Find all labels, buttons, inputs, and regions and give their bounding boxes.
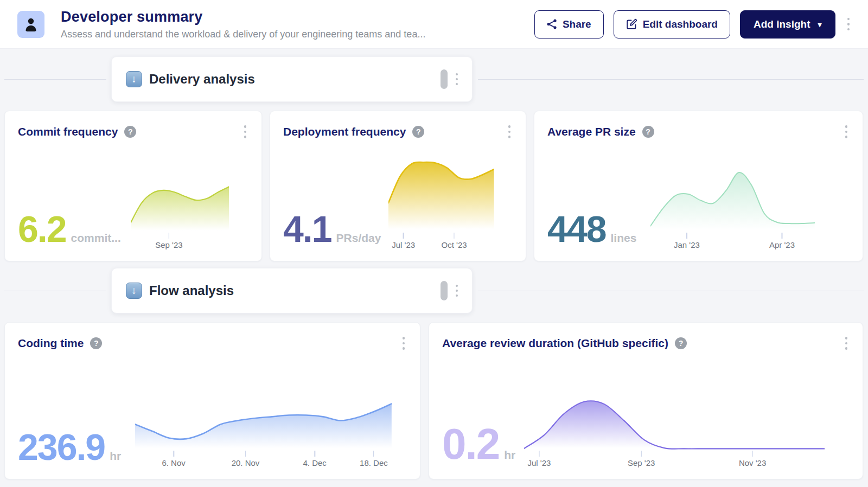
help-icon[interactable]: ? bbox=[90, 337, 102, 349]
drag-handle[interactable] bbox=[441, 281, 448, 300]
add-insight-button[interactable]: Add insight ▾ bbox=[740, 10, 835, 39]
page-subtitle: Assess and understand the workload & del… bbox=[61, 29, 425, 40]
flow-cards-row: Coding time ? 236.9 hr 6. Nov20. Nov4. D… bbox=[4, 322, 863, 479]
arrow-down-emoji-icon: ↓ bbox=[126, 71, 142, 87]
card-deployment-frequency: Deployment frequency ? 4.1 PRs/day Jul '… bbox=[270, 111, 526, 261]
axis-tick-label: Apr '23 bbox=[769, 233, 795, 249]
help-icon[interactable]: ? bbox=[412, 126, 424, 138]
section-menu-kebab-icon[interactable] bbox=[454, 283, 460, 299]
axis-tick-label: Nov '23 bbox=[739, 451, 766, 467]
chart-area: Jul '23Oct '23 bbox=[388, 158, 513, 251]
dashboard-header: Developer summary Assess and understand … bbox=[0, 0, 868, 49]
share-button[interactable]: Share bbox=[534, 10, 604, 39]
section-header-flow: ↓ Flow analysis bbox=[111, 268, 473, 313]
x-axis-ticks: Jul '23Sep '23Nov '23 bbox=[524, 451, 825, 469]
axis-tick-label: 20. Nov bbox=[232, 451, 260, 467]
title-block: Developer summary Assess and understand … bbox=[61, 9, 425, 40]
metric-unit: lines bbox=[610, 232, 636, 245]
chart-area: 6. Nov20. Nov4. Dec18. Dec bbox=[135, 401, 407, 469]
card-menu-kebab-icon[interactable] bbox=[506, 123, 513, 140]
share-label: Share bbox=[563, 18, 591, 30]
topbar-actions: Share Edit dashboard Add insight ▾ bbox=[534, 10, 852, 39]
metric-value: 236.9 bbox=[18, 431, 105, 464]
dashboard-content: ↓ Delivery analysis Commit frequency ? 6… bbox=[0, 49, 868, 479]
metric-unit: commit... bbox=[71, 232, 121, 245]
chart-area: Jul '23Sep '23Nov '23 bbox=[524, 399, 850, 469]
share-icon bbox=[547, 19, 557, 29]
card-title: Coding time bbox=[18, 337, 84, 350]
edit-dashboard-button[interactable]: Edit dashboard bbox=[614, 10, 730, 39]
metric-value-row: 448 lines bbox=[547, 213, 636, 251]
x-axis-ticks: Jan '23Apr '23 bbox=[650, 233, 815, 251]
x-axis-ticks: 6. Nov20. Nov4. Dec18. Dec bbox=[135, 451, 392, 469]
axis-tick-label: Sep '23 bbox=[628, 451, 655, 467]
card-title: Deployment frequency bbox=[283, 125, 406, 138]
axis-tick-label: 6. Nov bbox=[162, 451, 185, 467]
chevron-down-icon: ▾ bbox=[818, 20, 821, 29]
divider bbox=[478, 79, 864, 80]
card-menu-kebab-icon[interactable] bbox=[843, 123, 850, 140]
metric-value-row: 6.2 commit... bbox=[18, 213, 121, 251]
axis-tick-label: 18. Dec bbox=[360, 451, 388, 467]
card-menu-kebab-icon[interactable] bbox=[242, 123, 249, 140]
page-title: Developer summary bbox=[61, 9, 425, 25]
dashboard-avatar bbox=[17, 11, 44, 38]
card-menu-kebab-icon[interactable] bbox=[400, 335, 407, 352]
metric-value-row: 0.2 hr bbox=[442, 425, 515, 469]
coding-time-sparkline bbox=[135, 401, 392, 451]
metric-unit: PRs/day bbox=[336, 232, 381, 245]
card-commit-frequency: Commit frequency ? 6.2 commit... Sep '23 bbox=[4, 111, 262, 261]
delivery-cards-row: Commit frequency ? 6.2 commit... Sep '23… bbox=[4, 111, 863, 261]
edit-dashboard-label: Edit dashboard bbox=[643, 18, 718, 30]
section-header-delivery: ↓ Delivery analysis bbox=[111, 56, 473, 102]
card-coding-time: Coding time ? 236.9 hr 6. Nov20. Nov4. D… bbox=[4, 322, 420, 479]
axis-tick-label: Jan '23 bbox=[674, 233, 700, 249]
card-title: Average review duration (GitHub specific… bbox=[442, 337, 668, 350]
metric-unit: hr bbox=[504, 448, 515, 462]
card-menu-kebab-icon[interactable] bbox=[843, 335, 850, 352]
help-icon[interactable]: ? bbox=[642, 126, 654, 138]
x-axis-ticks: Jul '23Oct '23 bbox=[388, 233, 494, 251]
edit-icon bbox=[626, 18, 637, 30]
chart-area: Jan '23Apr '23 bbox=[650, 169, 850, 251]
add-insight-label: Add insight bbox=[754, 18, 810, 30]
divider bbox=[4, 79, 106, 80]
axis-tick-label: Jul '23 bbox=[527, 451, 551, 467]
divider bbox=[4, 291, 106, 291]
metric-value: 6.2 bbox=[18, 213, 66, 246]
metric-unit: hr bbox=[110, 450, 121, 463]
divider bbox=[478, 291, 864, 291]
axis-tick-label: Oct '23 bbox=[442, 233, 467, 249]
help-icon[interactable]: ? bbox=[675, 337, 687, 349]
section-row-delivery: ↓ Delivery analysis bbox=[4, 56, 864, 102]
axis-tick-label: 4. Dec bbox=[303, 451, 326, 467]
section-row-flow: ↓ Flow analysis bbox=[4, 268, 864, 313]
metric-value: 0.2 bbox=[442, 425, 499, 464]
person-icon bbox=[24, 17, 38, 32]
dashboard-menu-kebab-icon[interactable] bbox=[845, 16, 852, 33]
section-title: Flow analysis bbox=[149, 283, 234, 298]
average-review-duration-sparkline bbox=[524, 399, 825, 451]
card-title: Commit frequency bbox=[18, 125, 118, 138]
chart-area: Sep '23 bbox=[131, 184, 248, 251]
x-axis-ticks: Sep '23 bbox=[131, 233, 229, 251]
metric-value: 448 bbox=[547, 213, 605, 246]
card-title: Average PR size bbox=[547, 125, 636, 138]
axis-tick-label: Sep '23 bbox=[155, 233, 182, 249]
axis-tick-label: Jul '23 bbox=[392, 233, 415, 249]
card-average-review-duration: Average review duration (GitHub specific… bbox=[429, 322, 863, 479]
metric-value: 4.1 bbox=[283, 213, 331, 246]
drag-handle[interactable] bbox=[441, 69, 448, 89]
metric-value-row: 4.1 PRs/day bbox=[283, 213, 381, 251]
card-average-pr-size: Average PR size ? 448 lines Jan '23Apr '… bbox=[534, 111, 863, 261]
section-title: Delivery analysis bbox=[149, 72, 255, 87]
arrow-down-emoji-icon: ↓ bbox=[126, 283, 142, 299]
help-icon[interactable]: ? bbox=[124, 126, 136, 138]
average-pr-size-sparkline bbox=[650, 169, 815, 233]
deployment-frequency-sparkline bbox=[388, 158, 494, 233]
section-menu-kebab-icon[interactable] bbox=[454, 71, 460, 87]
commit-frequency-sparkline bbox=[131, 184, 229, 233]
metric-value-row: 236.9 hr bbox=[18, 431, 121, 469]
